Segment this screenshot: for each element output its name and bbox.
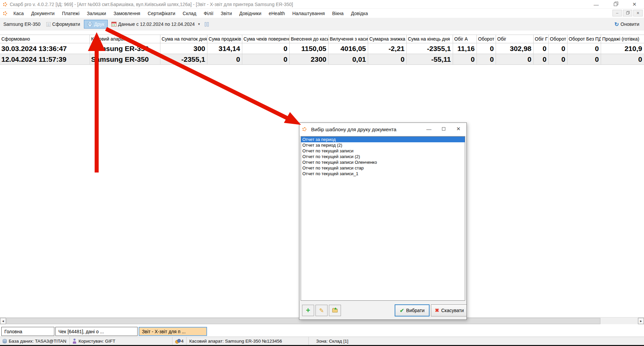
column-header[interactable]: Обіг А (453, 35, 477, 43)
table-cell: 210,9 (601, 43, 644, 54)
template-list-item[interactable]: Отчет за период (2) (301, 142, 465, 148)
generate-button[interactable]: Сформувати (44, 20, 83, 28)
menu-item[interactable]: Платежі (58, 9, 83, 17)
table-cell: 0 (533, 54, 548, 65)
status-zone: Зона: Склад [1] (309, 337, 351, 345)
window-title: Скарб pro v. 4.0.2.72 [ІД: 969] - [Апт №… (10, 2, 293, 7)
mdi-restore-button[interactable] (623, 10, 632, 16)
table-cell: 300 (160, 43, 207, 54)
date-range-control[interactable]: Данные с 12.02.2024 по 12.04.2024 ▼ (109, 20, 203, 28)
column-header[interactable]: Сумарна знижка (368, 35, 406, 43)
bottom-tab[interactable]: Звіт - X-звіт для п ... (139, 327, 207, 336)
dialog-title-bar[interactable]: Вибір шаблону для друку документа — ✕ (299, 123, 466, 136)
mdi-minimize-button[interactable]: – (612, 10, 622, 16)
table-row[interactable]: 30.03.2024 13:36:47Samsung ER-350300314,… (0, 43, 644, 54)
printer-icon (87, 22, 93, 27)
app-logo-icon (3, 2, 7, 6)
template-list-item[interactable]: Отчет по текущей записи (2) (301, 154, 465, 159)
menu-item[interactable]: Склад (179, 9, 200, 17)
menu-item[interactable]: Сертифікати (144, 9, 179, 17)
column-header[interactable]: Сума на кінець дня (406, 35, 453, 43)
window-restore-button[interactable] (606, 0, 625, 9)
refresh-button[interactable]: ↻ Оновити (614, 21, 639, 28)
scroll-right-button[interactable]: ▸ (638, 318, 644, 324)
dialog-button-row: + ✎ ✔ Вибрати ✖ Скасувати (299, 302, 466, 319)
mdi-close-button[interactable]: ✕ (633, 10, 643, 16)
restore-icon (614, 3, 617, 6)
dialog-close-button[interactable]: ✕ (451, 123, 466, 135)
cancel-button[interactable]: ✖ Скасувати (431, 304, 467, 316)
folder-up-icon (332, 309, 338, 312)
bottom-tab-bar: ГоловнаЧек [64481], дані о ...Звіт - X-з… (0, 327, 644, 337)
coins-icon (175, 339, 179, 343)
menu-item[interactable]: Замовлення (110, 9, 144, 17)
columns-icon[interactable] (205, 22, 209, 27)
column-header[interactable]: Оборот Б (477, 35, 496, 43)
cancel-button-label: Скасувати (441, 308, 464, 313)
table-cell: 0 (477, 43, 496, 54)
maximize-icon (442, 127, 445, 131)
column-header[interactable]: Сума на початок дня (160, 35, 207, 43)
window-minimize-button[interactable]: — (587, 0, 606, 9)
column-header[interactable]: Обіг Г (533, 35, 548, 43)
title-bar: Скарб pro v. 4.0.2.72 [ІД: 969] - [Апт №… (0, 0, 644, 9)
column-header[interactable]: Оборот Д (548, 35, 567, 43)
menu-item[interactable]: Налаштування (289, 9, 329, 17)
template-list-item[interactable]: Отчет по текущей записи (301, 148, 465, 154)
table-cell: 0 (601, 54, 644, 65)
table-cell: 0 (567, 43, 601, 54)
table-cell: 0 (207, 54, 242, 65)
column-header[interactable]: Сформовано (0, 35, 90, 43)
menu-item[interactable]: Залишки (83, 9, 110, 17)
menu-item[interactable]: Звіти (217, 9, 236, 17)
menu-item[interactable]: Довідка (347, 9, 371, 17)
toolbar: Samsung ER-350 Сформувати Друк Данные с … (0, 18, 644, 31)
column-header[interactable]: Касовий апарат (90, 35, 160, 43)
menu-item[interactable]: Довідники (236, 9, 265, 17)
status-database: База даних: TASA3@TITAN (0, 337, 70, 345)
column-header[interactable]: Продажі (готівка) (601, 35, 644, 43)
menu-item[interactable]: Вікна (329, 9, 347, 17)
menu-item[interactable]: eHealth (265, 9, 289, 17)
menu-item[interactable]: Документи (28, 9, 58, 17)
table-cell: 0 (548, 43, 567, 54)
document-logo-icon (3, 11, 7, 15)
column-header[interactable]: Сума чеків повернень (242, 35, 289, 43)
template-list-item[interactable]: Отчет за период (301, 137, 465, 142)
menu-item[interactable]: Філії (200, 9, 217, 17)
list-icon (46, 22, 51, 27)
template-list-item[interactable]: Отчет по текущей записи Оленченко (301, 159, 465, 165)
edit-template-button[interactable]: ✎ (315, 305, 328, 316)
choose-button[interactable]: ✔ Вибрати (395, 304, 430, 316)
dialog-minimize-button[interactable]: — (422, 123, 436, 135)
bottom-tab[interactable]: Головна (1, 327, 54, 336)
add-template-button[interactable]: + (302, 305, 314, 316)
table-row[interactable]: 12.04.2024 11:57:39Samsung ER-350-2355,1… (0, 54, 644, 65)
column-header[interactable]: Внесення до каси (289, 35, 328, 43)
dialog-maximize-button[interactable] (436, 123, 451, 135)
import-template-button[interactable] (329, 305, 341, 316)
column-header[interactable]: Вилучення з каси (328, 35, 368, 43)
generate-button-label: Сформувати (52, 21, 80, 27)
template-list: Отчет за периодОтчет за период (2)Отчет … (301, 136, 465, 301)
table-cell: 0 (368, 54, 406, 65)
column-header[interactable]: Обіг (496, 35, 533, 43)
column-header[interactable]: Оборот Без ПДВ (567, 35, 601, 43)
count-label: 4 (181, 339, 184, 344)
bottom-tab[interactable]: Чек [64481], дані о ... (55, 327, 138, 336)
print-button[interactable]: Друк (84, 20, 108, 29)
template-list-item[interactable]: Отчет по текущей записи стар (301, 165, 465, 171)
template-list-item[interactable]: Отчет по текущей записи_1 (301, 171, 465, 177)
database-label: База даних: TASA3@TITAN (9, 339, 66, 344)
table-cell: 30.03.2024 13:36:47 (0, 43, 90, 54)
column-header[interactable]: Сума продажів (207, 35, 242, 43)
scroll-left-button[interactable]: ◂ (0, 318, 6, 324)
device-label: Samsung ER-350 (3, 21, 41, 27)
menu-item[interactable]: Каса (10, 9, 28, 17)
table-cell: -55,11 (406, 54, 453, 65)
print-button-label: Друк (94, 21, 104, 27)
menu-items: КасаДокументиПлатежіЗалишкиЗамовленняСер… (10, 9, 371, 17)
window-close-button[interactable]: ✕ (625, 0, 644, 9)
table-cell: 0 (242, 54, 289, 65)
table-cell: 1150,05 (289, 43, 328, 54)
